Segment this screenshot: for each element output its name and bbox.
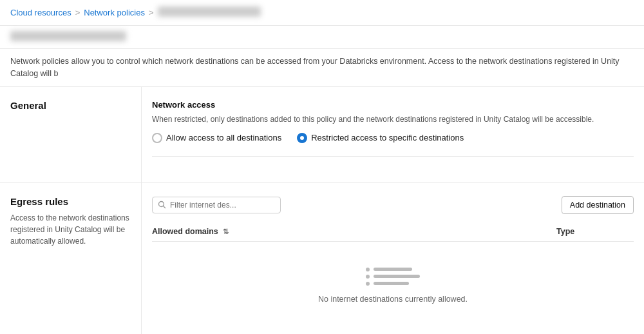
breadcrumb: Cloud resources > Network policies > xyxy=(0,0,644,26)
general-left-panel: General xyxy=(0,87,142,182)
breadcrumb-network-policies[interactable]: Network policies xyxy=(84,8,145,17)
empty-dot-1 xyxy=(366,268,370,271)
internet-filter-input[interactable] xyxy=(170,201,275,210)
empty-line-1 xyxy=(374,268,412,271)
internet-search-icon xyxy=(158,201,166,209)
empty-icon-row-2 xyxy=(366,275,420,279)
general-title: General xyxy=(10,100,131,111)
radio-restricted-label: Restricted access to specific destinatio… xyxy=(311,133,464,142)
add-internet-destination-button[interactable]: Add destination xyxy=(562,196,634,214)
empty-state-icon xyxy=(366,268,420,286)
network-access-description: When restricted, only destinations added… xyxy=(152,113,634,125)
svg-line-1 xyxy=(164,206,166,208)
empty-line-2 xyxy=(374,275,420,278)
egress-title: Egress rules xyxy=(10,196,131,207)
empty-state-text: No internet destinations currently allow… xyxy=(318,295,468,304)
radio-allow-all[interactable]: Allow access to all destinations xyxy=(152,133,281,143)
internet-table-header: Allowed domains ⇅ Type xyxy=(152,222,634,242)
empty-icon-row-1 xyxy=(366,268,412,271)
radio-allow-all-label: Allow access to all destinations xyxy=(166,133,281,142)
internet-empty-state: No internet destinations currently allow… xyxy=(152,242,634,323)
col-type: Type xyxy=(556,227,634,236)
sort-domains-icon[interactable]: ⇅ xyxy=(223,228,229,236)
breadcrumb-sep-1: > xyxy=(75,8,80,17)
network-access-title: Network access xyxy=(152,100,634,110)
breadcrumb-current xyxy=(158,6,261,19)
breadcrumb-sep-2: > xyxy=(149,8,154,17)
egress-description: Access to the network destinations regis… xyxy=(10,212,131,247)
breadcrumb-blurred xyxy=(158,6,261,17)
internet-filter-row: Add destination xyxy=(152,196,634,214)
page-title-row xyxy=(0,26,644,49)
breadcrumb-cloud-resources[interactable]: Cloud resources xyxy=(10,8,71,17)
egress-left-panel: Egress rules Access to the network desti… xyxy=(0,183,142,335)
col-allowed-domains: Allowed domains ⇅ xyxy=(152,227,556,236)
radio-group: Allow access to all destinations Restric… xyxy=(152,133,634,143)
network-access-section: Network access When restricted, only des… xyxy=(152,100,634,157)
empty-dot-2 xyxy=(366,275,370,279)
empty-icon-row-3 xyxy=(366,282,409,286)
radio-restricted-circle xyxy=(297,133,307,143)
info-banner: Network policies allow you to control wh… xyxy=(0,49,644,87)
page-title-blurred xyxy=(10,31,126,41)
general-section: General Network access When restricted, … xyxy=(0,87,644,182)
empty-line-3 xyxy=(374,282,409,285)
egress-rules-section: Egress rules Access to the network desti… xyxy=(0,182,644,335)
radio-restricted[interactable]: Restricted access to specific destinatio… xyxy=(297,133,464,143)
egress-right-panel: Add destination Allowed domains ⇅ Type xyxy=(142,183,644,335)
empty-dot-3 xyxy=(366,282,370,286)
radio-allow-all-circle xyxy=(152,133,162,143)
internet-filter-wrapper[interactable] xyxy=(152,197,281,213)
general-right-panel: Network access When restricted, only des… xyxy=(142,87,644,182)
